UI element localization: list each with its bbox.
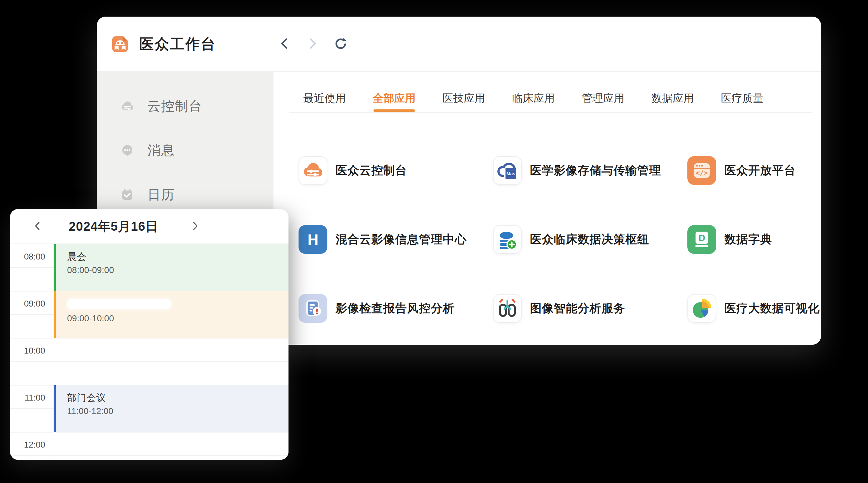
app-image-storage[interactable]: Mas医学影像存储与传输管理 [493, 136, 687, 205]
nav-refresh-button[interactable] [334, 37, 348, 52]
chevron-right-icon [190, 221, 200, 232]
app-label: 数据字典 [724, 232, 772, 247]
tab-clinical[interactable]: 临床应用 [512, 85, 555, 112]
calendar-event-morning-meeting[interactable]: 晨会08:00-09:00 [54, 244, 288, 291]
svg-text:D: D [699, 232, 705, 243]
calendar-gridline [10, 361, 288, 362]
app-hybrid-cloud-imaging[interactable]: H混合云影像信息管理中心 [299, 205, 493, 274]
app-clinical-data-hub[interactable]: 医众临床数据决策枢纽 [493, 205, 687, 274]
sidebar-item-label: 消息 [147, 142, 175, 159]
app-label: 医众临床数据决策枢纽 [530, 232, 649, 247]
app-cloud-console[interactable]: 医众云控制台 [299, 136, 493, 205]
lungs-icon [493, 294, 522, 323]
calendar-next-button[interactable] [186, 209, 205, 244]
svg-text:H: H [308, 231, 319, 248]
calendar-gridline [10, 455, 288, 456]
calendar-check-icon [119, 186, 136, 203]
tab-admin[interactable]: 管理应用 [582, 85, 624, 112]
pie-chart-icon [687, 294, 716, 323]
app-label: 医众云控制台 [336, 163, 407, 178]
tab-all-apps[interactable]: 全部应用 [373, 85, 415, 112]
svg-text:Mas: Mas [506, 171, 515, 176]
sidebar-item-cloud-console[interactable]: 云控制台 [97, 84, 273, 128]
time-label: 12:00 [10, 440, 45, 450]
event-time: 11:00-12:00 [67, 405, 288, 417]
app-report-risk[interactable]: 影像检查报告风控分析 [299, 274, 493, 343]
app-label: 图像智能分析服务 [530, 300, 625, 316]
main-content: 最近使用全部应用医技应用临床应用管理应用数据应用医疗质量 医众云控制台Mas医学… [274, 72, 821, 345]
database-plus-icon [493, 225, 522, 254]
app-title: 医众工作台 [139, 34, 216, 54]
app-image-ai[interactable]: 图像智能分析服务 [493, 274, 687, 343]
svg-text:</>: </> [696, 169, 708, 177]
sidebar-item-messages[interactable]: 消息 [97, 128, 273, 172]
cloud-settings-icon [299, 156, 328, 185]
app-bigdata-viz[interactable]: 医疗大数据可视化 [687, 274, 821, 343]
app-label: 医众开放平台 [724, 163, 796, 178]
calendar-header: 2024年5月16日 [10, 209, 288, 244]
tab-data[interactable]: 数据应用 [651, 85, 694, 112]
time-label: 11:00 [10, 393, 45, 403]
nav-back-button[interactable] [277, 37, 291, 52]
dictionary-book-icon: D [687, 225, 716, 254]
report-warning-icon [299, 294, 328, 323]
calendar-event-department-meeting[interactable]: 部门会议11:00-12:00 [54, 385, 288, 432]
calendar-panel: 2024年5月16日 08:0009:0010:0011:0012:00晨会08… [10, 209, 288, 460]
redacted-event-title [67, 299, 171, 309]
window-header: 医众工作台 [97, 17, 821, 71]
calendar-body: 08:0009:0010:0011:0012:00晨会08:00-09:0009… [10, 244, 288, 460]
app-data-dictionary[interactable]: D数据字典 [687, 205, 821, 274]
nav-buttons [277, 17, 348, 71]
message-bubble-icon [119, 142, 136, 159]
event-title: 部门会议 [67, 391, 288, 404]
back-icon [278, 37, 291, 51]
app-label: 混合云影像信息管理中心 [336, 232, 467, 247]
mas-cloud-icon: Mas [493, 156, 522, 185]
app-label: 医疗大数据可视化 [724, 300, 820, 316]
app-label: 医学影像存储与传输管理 [530, 163, 661, 178]
calendar-event-redacted-meeting[interactable]: 09:00-10:00 [54, 291, 288, 338]
time-label: 08:00 [10, 252, 45, 262]
tab-bar: 最近使用全部应用医技应用临床应用管理应用数据应用医疗质量 [274, 72, 821, 112]
tab-quality[interactable]: 医疗质量 [721, 85, 764, 112]
tab-recent[interactable]: 最近使用 [303, 85, 346, 112]
calendar-date-label: 2024年5月16日 [51, 209, 176, 244]
app-open-platform[interactable]: </>医众开放平台 [687, 136, 821, 205]
event-time: 09:00-10:00 [67, 313, 288, 324]
sidebar-item-label: 云控制台 [147, 97, 203, 115]
hospital-h-icon: H [299, 225, 328, 254]
app-logo-icon [111, 34, 130, 54]
cloud-settings-icon [119, 97, 136, 115]
time-label: 09:00 [10, 299, 45, 309]
event-time: 08:00-09:00 [67, 264, 288, 276]
app-grid: 医众云控制台Mas医学影像存储与传输管理</>医众开放平台H混合云影像信息管理中… [274, 112, 821, 343]
code-window-icon: </> [687, 156, 716, 185]
time-label: 10:00 [10, 346, 45, 356]
chevron-left-icon [32, 221, 43, 232]
tab-medtech[interactable]: 医技应用 [442, 85, 485, 112]
nav-forward-button [305, 37, 320, 52]
calendar-prev-button[interactable] [28, 209, 47, 244]
app-label: 影像检查报告风控分析 [336, 300, 455, 316]
refresh-icon [334, 36, 348, 52]
forward-icon [306, 37, 319, 51]
sidebar-item-label: 日历 [147, 186, 175, 203]
event-title: 晨会 [67, 251, 288, 263]
